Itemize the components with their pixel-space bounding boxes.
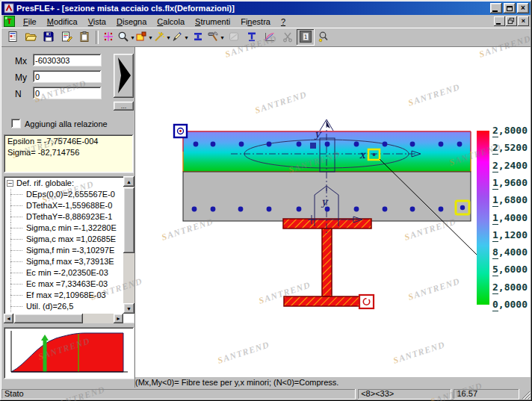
paste-button[interactable] (75, 29, 93, 46)
maximize-button[interactable] (504, 3, 516, 13)
tree-item[interactable]: Sigma,c min =-1,32280E (5, 223, 123, 234)
rebar-dot[interactable] (211, 207, 216, 212)
section-button[interactable]: ▾ (135, 29, 153, 46)
close-button[interactable]: × (517, 3, 529, 13)
rebar-dot[interactable] (410, 207, 415, 212)
tools-button[interactable]: ▾ (207, 29, 225, 46)
rebar-button[interactable] (243, 29, 261, 46)
tree-item[interactable]: Sigma,f max =3,73913E (5, 256, 123, 267)
menu-item-calcola[interactable]: Calcola (152, 16, 190, 28)
tree-item[interactable]: Ec min =-2,02350E-03 (5, 267, 123, 279)
origin-marker[interactable] (174, 125, 187, 137)
scroll-right-button[interactable]: ► (114, 314, 123, 323)
rebar-dot[interactable] (439, 142, 444, 147)
rebar-dot[interactable] (267, 207, 272, 212)
menu-item-strumenti[interactable]: Strumenti (190, 16, 235, 28)
steel-section-button[interactable] (189, 29, 207, 46)
rebar-dot[interactable] (238, 207, 244, 212)
colorbar-tick-label: 1,9600 (492, 178, 531, 188)
menu-item-modifica[interactable]: Modifica (42, 16, 83, 28)
points-button[interactable] (99, 29, 117, 46)
rebar-dot[interactable] (457, 142, 463, 147)
collapse-icon[interactable]: – (7, 180, 13, 187)
vscroll-thumb[interactable] (123, 187, 134, 253)
rebar-dot[interactable] (239, 142, 244, 147)
rebar-dot[interactable] (439, 207, 444, 212)
tree-item[interactable]: DTethaX=-1,559688E-0 (5, 200, 123, 211)
more-options-button[interactable]: ... (114, 102, 134, 111)
sigma-value: Sigma= -82,714756 (7, 147, 130, 158)
tree-vertical-scrollbar[interactable]: ▲ ▼ (123, 176, 134, 314)
minimize-button[interactable] (490, 3, 502, 13)
edit-data-button[interactable] (58, 29, 75, 46)
my-label: My (15, 72, 27, 83)
run-arrow-button[interactable] (114, 54, 134, 98)
rebar-dot[interactable] (383, 142, 388, 147)
mdi-restore-button[interactable] (506, 16, 517, 26)
colorbar-tick-label: 0,0000 (492, 299, 531, 310)
menu-item-?[interactable]: ? (276, 16, 291, 28)
draw-button[interactable]: ▾ (171, 29, 189, 46)
scroll-down-button[interactable]: ▼ (123, 303, 134, 314)
status-time: 16.57 (454, 389, 519, 400)
rebar-dot[interactable] (192, 207, 197, 212)
menu-item-vista[interactable]: Vista (83, 16, 111, 28)
steel-i-beam (283, 219, 374, 306)
tree-horizontal-scrollbar[interactable]: ◄ ► (4, 314, 123, 323)
rebar-dot[interactable] (410, 142, 415, 147)
rebar-dot[interactable] (354, 142, 359, 147)
add-to-report-checkbox[interactable] (11, 119, 21, 128)
tree-item[interactable]: Util. (d)=26,5 (5, 301, 123, 312)
dropdown-arrow-icon[interactable]: ▾ (184, 34, 189, 41)
dropdown-arrow-icon[interactable]: ▾ (166, 34, 171, 41)
mdi-close-button[interactable]: × (518, 16, 529, 26)
rebar-dot[interactable] (354, 207, 359, 212)
rebar-dot[interactable] (325, 142, 330, 147)
menu-item-disegna[interactable]: Disegna (111, 16, 152, 28)
rebar-dot[interactable] (194, 142, 199, 147)
wizard-button[interactable]: ▾ (153, 29, 171, 46)
play-arrow-icon (114, 54, 134, 98)
tree-item[interactable]: Sigma,f min =-3,10297E (5, 245, 123, 256)
diagram-button[interactable] (261, 29, 279, 46)
layer-button[interactable]: 1 (297, 29, 315, 46)
tree-item[interactable]: Ef max =2,10968E-03 (5, 290, 123, 301)
tree-item[interactable]: DEps(0,0)=2,655567E-0 (5, 189, 123, 200)
mdi-minimize-button[interactable] (494, 16, 505, 26)
rebar-dot[interactable] (297, 207, 302, 212)
open-button[interactable] (22, 29, 40, 46)
rebar-dot[interactable] (211, 142, 216, 147)
dropdown-arrow-icon[interactable]: ▾ (148, 34, 153, 41)
colorbar-tick-label: 1,4000 (492, 213, 531, 223)
menu-item-finestra[interactable]: Finestra (235, 16, 276, 28)
scissors-icon (282, 31, 294, 45)
document-icon[interactable]: T (4, 16, 15, 27)
tree-item[interactable]: Sigma,c max =1,02685E (5, 234, 123, 245)
tree-item[interactable]: Ec max =7,33463E-03 (5, 279, 123, 290)
save-button[interactable] (40, 29, 58, 46)
toolbar-separator (93, 29, 99, 46)
beam-corner-marker[interactable] (359, 295, 374, 308)
tree-item[interactable]: DTethaY=-8,886923E-1 (5, 211, 123, 223)
rebar-dot[interactable] (297, 142, 302, 147)
dropdown-arrow-icon[interactable]: ▾ (130, 34, 135, 41)
my-input[interactable] (33, 70, 102, 83)
rebar-dot[interactable] (325, 207, 330, 212)
report-button[interactable] (4, 29, 22, 46)
menu-item-file[interactable]: File (18, 16, 42, 28)
hscroll-thumb[interactable] (14, 314, 83, 323)
zoom-button[interactable]: ▾ (117, 29, 135, 46)
dropdown-arrow-icon[interactable]: ▾ (220, 34, 225, 41)
hammer-tools-icon (207, 31, 219, 45)
tree-root-node[interactable]: –Def. rif. globale: (5, 178, 123, 189)
mx-input[interactable] (33, 54, 102, 66)
scroll-up-button[interactable]: ▲ (123, 176, 134, 187)
rebar-dot[interactable] (267, 142, 272, 147)
results-tree: –Def. rif. globale:DEps(0,0)=2,655567E-0… (4, 176, 134, 323)
n-input[interactable] (33, 87, 102, 99)
find-button[interactable] (315, 29, 332, 46)
add-to-report-label: Aggiungi alla relazione (25, 119, 108, 128)
scroll-left-button[interactable]: ◄ (4, 314, 13, 323)
resize-grip[interactable] (522, 389, 531, 400)
rebar-dot[interactable] (383, 207, 388, 212)
